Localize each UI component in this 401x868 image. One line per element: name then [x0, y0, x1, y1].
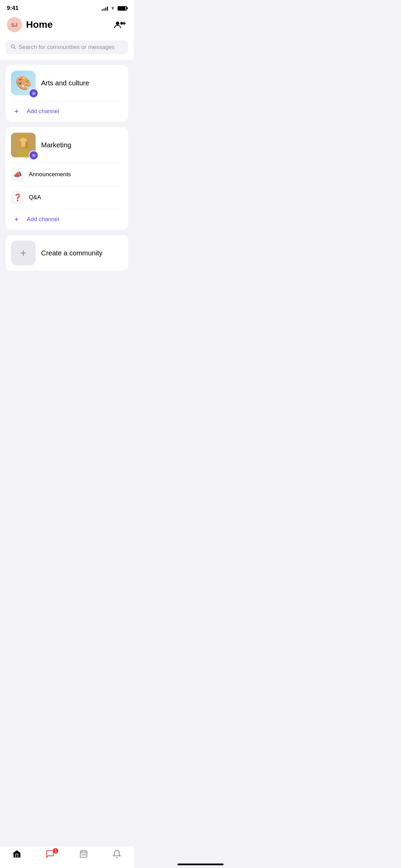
- add-channel-plus-icon: +: [11, 214, 22, 225]
- add-channel-arts[interactable]: + Add channel: [5, 101, 128, 122]
- channel-name-qna: Q&A: [29, 194, 41, 201]
- add-channel-icon: +: [11, 106, 22, 117]
- svg-line-4: [14, 48, 15, 49]
- search-bar[interactable]: Search for communities or messages: [5, 40, 128, 54]
- add-community-icon: [114, 20, 126, 29]
- community-thumbnail-arts: 🎨: [11, 71, 36, 95]
- verified-badge-arts: [29, 88, 38, 98]
- community-header-arts[interactable]: 🎨 Arts and culture: [5, 65, 128, 101]
- header-left: SJ Home: [7, 17, 53, 32]
- search-container: Search for communities or messages: [0, 37, 134, 60]
- channel-announcements[interactable]: 📣 Announcements: [5, 163, 128, 186]
- community-card-arts: 🎨 Arts and culture + Add channel: [5, 65, 128, 122]
- community-name-arts: Arts and culture: [41, 79, 89, 87]
- community-header-marketing[interactable]: Marketing: [5, 127, 128, 163]
- community-thumbnail-marketing: [11, 133, 36, 157]
- add-channel-label: Add channel: [27, 108, 59, 115]
- create-community-card: + Create a community: [5, 235, 128, 271]
- header: SJ Home: [0, 14, 134, 37]
- signal-icon: [102, 6, 108, 11]
- channel-icon-qna: ❓: [11, 191, 24, 204]
- search-icon: [10, 44, 16, 51]
- create-community-icon: +: [11, 241, 36, 265]
- create-community-label: Create a community: [41, 249, 102, 257]
- battery-icon: [118, 6, 127, 11]
- svg-rect-12: [25, 141, 28, 149]
- svg-rect-11: [19, 141, 21, 148]
- add-channel-marketing[interactable]: + Add channel: [5, 209, 128, 230]
- community-name-marketing: Marketing: [41, 141, 71, 149]
- avatar[interactable]: SJ: [7, 17, 22, 32]
- status-time: 9:41: [7, 5, 19, 12]
- svg-point-0: [112, 9, 113, 10]
- add-channel-label-marketing: Add channel: [27, 216, 59, 223]
- channel-qna[interactable]: ❓ Q&A: [5, 186, 128, 209]
- svg-rect-10: [17, 150, 29, 157]
- status-bar: 9:41: [0, 0, 134, 14]
- status-icons: [102, 5, 127, 11]
- svg-point-1: [116, 22, 119, 25]
- add-community-button[interactable]: [113, 18, 127, 32]
- content: 🎨 Arts and culture + Add channel: [0, 60, 134, 305]
- search-placeholder: Search for communities or messages: [19, 44, 115, 51]
- community-card-marketing: Marketing 📣 Announcements ❓ Q&A + Add ch…: [5, 127, 128, 230]
- wifi-icon: [110, 5, 116, 11]
- create-community-row[interactable]: + Create a community: [5, 235, 128, 271]
- page-title: Home: [26, 19, 53, 30]
- verified-badge-marketing: [29, 150, 38, 160]
- channel-icon-announcements: 📣: [11, 168, 24, 181]
- channel-name-announcements: Announcements: [29, 171, 71, 178]
